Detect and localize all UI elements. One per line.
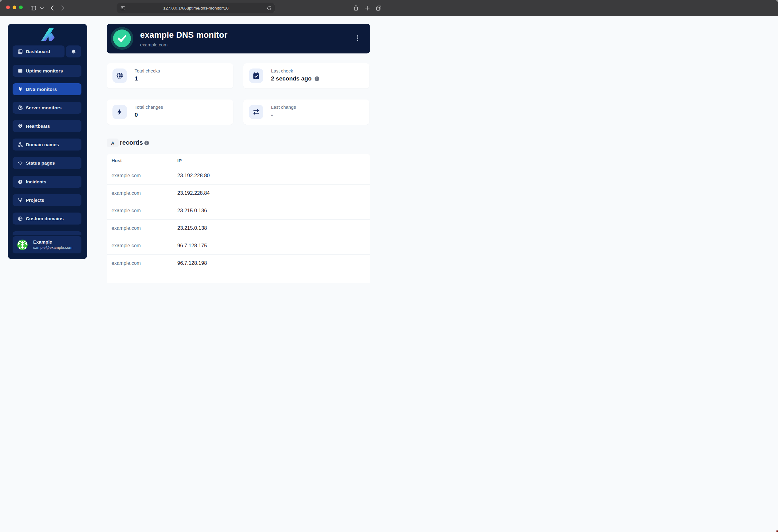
ip-cell: 23.215.0.138 [177, 225, 207, 231]
exclamation-circle-icon [18, 179, 23, 184]
kebab-menu-button[interactable] [357, 35, 359, 41]
table-row: example.com 96.7.128.198 [107, 255, 370, 266]
host-cell: example.com [111, 226, 141, 231]
grid-icon [18, 49, 23, 54]
status-ok-icon [113, 29, 131, 47]
user-name: Example [33, 239, 52, 245]
close-window-button[interactable] [6, 6, 10, 9]
column-header-host: Host [111, 158, 122, 163]
app-logo [41, 28, 55, 41]
sidebar-item-label: Custom domains [26, 216, 64, 221]
globe-icon [112, 69, 127, 83]
sidebar-item-custom-domains[interactable]: Custom domains [13, 212, 81, 225]
sidebar-toggle-icon[interactable] [30, 0, 36, 16]
sidebar-item-projects[interactable]: Projects [13, 194, 81, 206]
ip-cell: 23.192.228.84 [177, 190, 210, 196]
heart-pulse-icon [18, 124, 23, 129]
table-row: example.com 23.215.0.138 [107, 219, 370, 237]
share-icon[interactable] [353, 0, 359, 16]
calendar-check-icon [249, 69, 263, 83]
user-email: sample@example.com [33, 245, 72, 250]
sidebar-item-label: Status pages [26, 160, 55, 166]
host-cell: example.com [111, 173, 141, 178]
new-tab-icon[interactable] [364, 0, 370, 16]
monitor-title: example DNS monitor [140, 30, 227, 40]
stat-value: 2 seconds ago [271, 75, 320, 82]
ip-cell: 23.215.0.136 [177, 208, 207, 213]
sidebar-item-heartbeats[interactable]: Heartbeats [13, 120, 81, 132]
sitemap-icon [18, 142, 23, 147]
forward-button[interactable] [60, 0, 66, 16]
sidebar: Dashboard Uptime monitors DNS monitors S… [8, 24, 87, 259]
app-page: Dashboard Uptime monitors DNS monitors S… [0, 16, 389, 266]
cpu-icon [18, 105, 23, 110]
sidebar-item-server-monitors[interactable]: Server monitors [13, 102, 81, 114]
stat-card-total-checks: Total checks 1 [107, 63, 233, 88]
url-text: 127.0.0.1/66uptime/dns-monitor/10 [163, 6, 229, 10]
back-button[interactable] [49, 0, 55, 16]
record-type-badge: A [107, 139, 119, 147]
browser-toolbar: 127.0.0.1/66uptime/dns-monitor/10 [0, 0, 389, 16]
table-row: example.com 23.192.228.80 [107, 167, 370, 185]
stat-label: Last change [271, 104, 296, 110]
host-cell: example.com [111, 190, 141, 196]
reload-icon[interactable] [267, 6, 271, 12]
address-bar[interactable]: 127.0.0.1/66uptime/dns-monitor/10 [117, 3, 275, 13]
sidebar-item-domain-names[interactable]: Domain names [13, 139, 81, 151]
plug-icon [18, 87, 23, 92]
browser-window: 127.0.0.1/66uptime/dns-monitor/10 [0, 0, 389, 266]
sidebar-item-status-pages[interactable]: Status pages [13, 157, 81, 169]
share-nodes-icon [18, 198, 23, 203]
records-table: Host IP example.com 23.192.228.80 exampl… [107, 154, 370, 266]
table-row: example.com 96.7.128.175 [107, 237, 370, 255]
minimize-window-button[interactable] [13, 6, 16, 9]
sidebar-item-label: Domain names [26, 142, 59, 147]
table-header-row: Host IP [107, 154, 370, 167]
ip-cell: 96.7.128.198 [177, 260, 207, 266]
server-stack-icon [18, 69, 23, 73]
stat-value: 0 [135, 111, 138, 118]
sidebar-item-label: Dashboard [26, 49, 50, 54]
sidebar-item-label: Server monitors [26, 105, 62, 110]
stat-value: 1 [135, 75, 138, 82]
wifi-icon [18, 161, 23, 166]
notifications-button[interactable] [66, 46, 81, 58]
sidebar-item-partial[interactable] [13, 231, 81, 235]
user-menu[interactable]: Example sample@example.com [13, 236, 81, 253]
sidebar-item-uptime-monitors[interactable]: Uptime monitors [13, 65, 81, 77]
zoom-window-button[interactable] [19, 6, 23, 9]
ip-cell: 23.192.228.80 [177, 173, 210, 178]
traffic-lights [6, 6, 23, 9]
stat-card-last-check: Last check 2 seconds ago [243, 63, 369, 88]
stat-label: Last check [271, 68, 293, 73]
stat-label: Total changes [135, 104, 163, 110]
sidebar-item-dns-monitors[interactable]: DNS monitors [13, 83, 81, 95]
column-header-ip: IP [177, 158, 181, 163]
chevron-down-icon[interactable] [39, 0, 44, 16]
globe-icon [18, 216, 23, 221]
sidebar-item-dashboard[interactable]: Dashboard [13, 46, 65, 58]
bolt-icon [112, 105, 127, 119]
sidebar-item-label: Incidents [26, 179, 47, 184]
stat-value: - [271, 111, 273, 118]
stat-card-last-change: Last change - [243, 99, 369, 125]
table-row: example.com 23.192.228.84 [107, 185, 370, 202]
sidebar-item-label: Projects [26, 197, 44, 203]
records-title: records [120, 139, 143, 146]
info-icon[interactable] [314, 76, 320, 81]
page-settings-icon[interactable] [121, 6, 125, 12]
host-cell: example.com [111, 243, 141, 249]
stat-value-text: 2 seconds ago [271, 75, 312, 82]
sidebar-item-label: Uptime monitors [26, 68, 63, 73]
stat-label: Total checks [135, 68, 160, 73]
table-row: example.com 23.215.0.136 [107, 202, 370, 219]
host-cell: example.com [111, 208, 141, 213]
sidebar-item-incidents[interactable]: Incidents [13, 176, 81, 188]
info-icon[interactable] [144, 141, 149, 147]
host-cell: example.com [111, 260, 141, 266]
sidebar-item-label: DNS monitors [26, 87, 57, 92]
sidebar-item-label: Heartbeats [26, 123, 50, 129]
user-avatar [17, 240, 28, 250]
ip-cell: 96.7.128.175 [177, 243, 207, 249]
tab-overview-icon[interactable] [375, 0, 382, 16]
